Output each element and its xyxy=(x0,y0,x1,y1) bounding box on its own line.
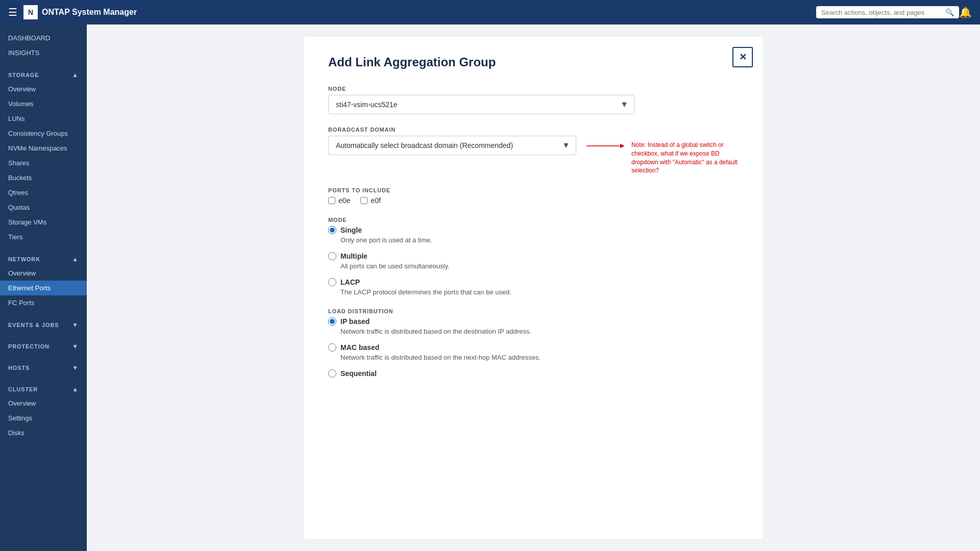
sidebar-hosts-header[interactable]: HOSTS ▼ xyxy=(0,361,87,374)
sidebar-cluster-header[interactable]: CLUSTER ▲ xyxy=(0,383,87,396)
sidebar-item-dashboard[interactable]: DASHBOARD xyxy=(0,31,87,45)
logo-icon: N xyxy=(23,5,38,19)
search-input[interactable] xyxy=(821,9,942,16)
ports-label: PORTS TO INCLUDE xyxy=(328,187,739,193)
sidebar-protection-header[interactable]: PROTECTION ▼ xyxy=(0,340,87,353)
hosts-chevron-icon: ▼ xyxy=(72,364,79,371)
mode-single-text: Single xyxy=(340,226,362,234)
broadcast-domain-select[interactable]: Automatically select broadcast domain (R… xyxy=(328,136,576,155)
sidebar-storage-header[interactable]: STORAGE ▲ xyxy=(0,68,87,82)
mode-multiple-radio[interactable] xyxy=(328,252,336,260)
node-select-wrapper: sti47-vsim-ucs521e ▼ xyxy=(328,95,634,114)
sidebar-cluster-label: CLUSTER xyxy=(8,386,38,392)
sidebar-network-header[interactable]: NETWORK ▲ xyxy=(0,253,87,266)
main-content: Add Link Aggregation Group ✕ NODE sti47-… xyxy=(87,24,980,551)
sidebar-item-tiers[interactable]: Tiers xyxy=(0,230,87,244)
node-label: NODE xyxy=(328,86,739,92)
mode-field: MODE Single Only one port is used at a t… xyxy=(328,217,739,296)
ld-sequential-text: Sequential xyxy=(340,369,377,378)
port-e0e-checkbox[interactable] xyxy=(328,197,335,204)
ld-ip-radio[interactable] xyxy=(328,317,336,325)
sidebar-hosts-label: HOSTS xyxy=(8,365,30,371)
mode-multiple-option: Multiple All ports can be used simultane… xyxy=(328,252,739,270)
port-e0f-checkbox[interactable] xyxy=(360,197,368,204)
broadcast-domain-field: BORADCAST DOMAIN Automatically select br… xyxy=(328,127,739,175)
sidebar-events-label: EVENTS & JOBS xyxy=(8,322,59,328)
notifications-icon[interactable]: 🔔 xyxy=(959,6,972,18)
app-title: ONTAP System Manager xyxy=(42,8,137,17)
app-logo: N ONTAP System Manager xyxy=(23,5,816,19)
sidebar-storage-label: STORAGE xyxy=(8,72,39,78)
load-distribution-field: LOAD DISTRIBUTION IP based Network traff… xyxy=(328,308,739,378)
broadcast-domain-label: BORADCAST DOMAIN xyxy=(328,127,739,133)
dialog-title: Add Link Aggregation Group xyxy=(328,55,739,69)
sidebar-item-luns[interactable]: LUNs xyxy=(0,111,87,126)
port-e0f-label: e0f xyxy=(371,196,380,205)
broadcast-domain-row: Automatically select broadcast domain (R… xyxy=(328,136,739,175)
mode-multiple-text: Multiple xyxy=(340,252,368,260)
ld-mac-radio[interactable] xyxy=(328,343,336,352)
port-e0f-checkbox-label[interactable]: e0f xyxy=(360,196,380,205)
sidebar-section-network: NETWORK ▲ Overview Ethernet Ports FC Por… xyxy=(0,246,87,312)
ld-mac-text: MAC based xyxy=(340,343,379,352)
sidebar-protection-label: PROTECTION xyxy=(8,343,50,349)
ld-sequential-label[interactable]: Sequential xyxy=(328,369,739,378)
main-layout: DASHBOARD INSIGHTS STORAGE ▲ Overview Vo… xyxy=(0,24,980,551)
ports-row: e0e e0f xyxy=(328,196,739,205)
protection-chevron-icon: ▼ xyxy=(72,343,79,350)
sidebar-item-quotas[interactable]: Quotas xyxy=(0,200,87,215)
sidebar-section-hosts: HOSTS ▼ xyxy=(0,355,87,377)
mode-radio-group: Single Only one port is used at a time. … xyxy=(328,226,739,296)
sidebar-item-fc-ports[interactable]: FC Ports xyxy=(0,295,87,310)
sidebar-network-label: NETWORK xyxy=(8,256,40,262)
node-select[interactable]: sti47-vsim-ucs521e xyxy=(328,95,634,114)
sidebar-item-storage-overview[interactable]: Overview xyxy=(0,82,87,96)
mode-single-radio[interactable] xyxy=(328,226,336,234)
sidebar-item-volumes[interactable]: Volumes xyxy=(0,96,87,111)
annotation-arrow xyxy=(586,141,627,151)
sidebar-section-storage: STORAGE ▲ Overview Volumes LUNs Consiste… xyxy=(0,62,87,246)
ld-ip-label[interactable]: IP based xyxy=(328,317,739,325)
network-chevron-icon: ▲ xyxy=(72,256,79,263)
sidebar-item-cluster-overview[interactable]: Overview xyxy=(0,396,87,411)
sidebar-item-insights[interactable]: INSIGHTS xyxy=(0,45,87,60)
port-e0e-checkbox-label[interactable]: e0e xyxy=(328,196,350,205)
sidebar-section-protection: PROTECTION ▼ xyxy=(0,334,87,355)
broadcast-domain-select-wrapper: Automatically select broadcast domain (R… xyxy=(328,136,576,155)
sidebar-section-cluster: CLUSTER ▲ Overview Settings Disks xyxy=(0,377,87,442)
add-lag-dialog: Add Link Aggregation Group ✕ NODE sti47-… xyxy=(304,37,763,539)
mode-lacp-option: LACP The LACP protocol determines the po… xyxy=(328,278,739,296)
broadcast-domain-note: Note: Instead of a global switch or chec… xyxy=(631,141,739,175)
sidebar-item-ethernet-ports[interactable]: Ethernet Ports xyxy=(0,281,87,295)
port-e0e-label: e0e xyxy=(338,196,350,205)
sidebar-events-header[interactable]: EVENTS & JOBS ▼ xyxy=(0,318,87,332)
sidebar-item-consistency-groups[interactable]: Consistency Groups xyxy=(0,126,87,141)
sidebar-item-shares[interactable]: Shares xyxy=(0,156,87,170)
load-distribution-radio-group: IP based Network traffic is distributed … xyxy=(328,317,739,378)
load-distribution-label: LOAD DISTRIBUTION xyxy=(328,308,739,314)
broadcast-domain-annotation: Note: Instead of a global switch or chec… xyxy=(586,141,739,175)
ld-mac-option: MAC based Network traffic is distributed… xyxy=(328,343,739,361)
mode-single-label[interactable]: Single xyxy=(328,226,739,234)
ld-sequential-option: Sequential xyxy=(328,369,739,378)
sidebar-item-network-overview[interactable]: Overview xyxy=(0,266,87,281)
hamburger-menu-icon[interactable]: ☰ xyxy=(8,6,17,18)
close-button[interactable]: ✕ xyxy=(732,47,753,67)
mode-lacp-radio[interactable] xyxy=(328,278,336,286)
sidebar-item-cluster-settings[interactable]: Settings xyxy=(0,411,87,425)
mode-single-desc: Only one port is used at a time. xyxy=(340,236,739,244)
sidebar-item-storage-vms[interactable]: Storage VMs xyxy=(0,215,87,230)
mode-multiple-desc: All ports can be used simultaneously. xyxy=(340,262,739,270)
sidebar-item-cluster-disks[interactable]: Disks xyxy=(0,425,87,440)
sidebar-item-qtrees[interactable]: Qtrees xyxy=(0,185,87,200)
ld-sequential-radio[interactable] xyxy=(328,369,336,378)
mode-lacp-label[interactable]: LACP xyxy=(328,278,739,286)
mode-multiple-label[interactable]: Multiple xyxy=(328,252,739,260)
search-bar[interactable]: 🔍 xyxy=(816,6,959,18)
sidebar-item-buckets[interactable]: Buckets xyxy=(0,170,87,185)
sidebar-section-events-jobs: EVENTS & JOBS ▼ xyxy=(0,312,87,334)
node-field: NODE sti47-vsim-ucs521e ▼ xyxy=(328,86,739,114)
ld-mac-label[interactable]: MAC based xyxy=(328,343,739,352)
sidebar-section-dashboard: DASHBOARD INSIGHTS xyxy=(0,24,87,62)
sidebar-item-nvme-namespaces[interactable]: NVMe Namespaces xyxy=(0,141,87,156)
